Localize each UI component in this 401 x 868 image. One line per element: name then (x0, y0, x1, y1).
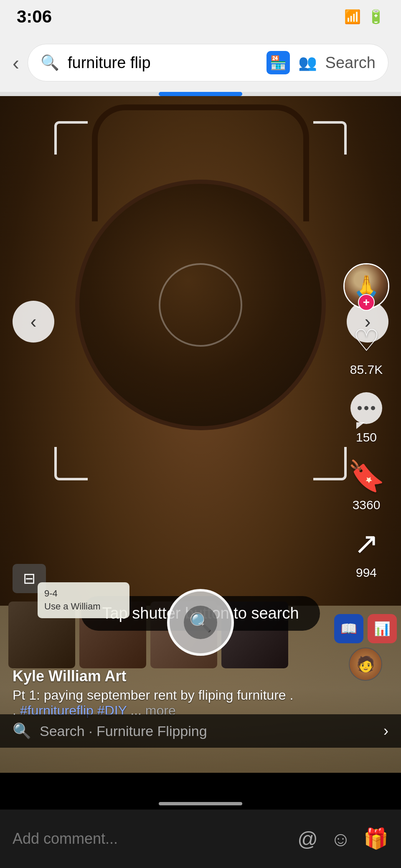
video-area[interactable]: ‹ › 🙏 + ♡ 85.7K (0, 96, 401, 773)
comment-action[interactable]: 150 (348, 389, 385, 444)
comment-count: 150 (356, 430, 377, 444)
suggestion-prefix: Search · (40, 723, 96, 739)
app-icon-bible[interactable]: 📖 (334, 614, 363, 643)
search-button[interactable]: Search (325, 54, 376, 72)
right-actions: 🙏 + ♡ 85.7K 150 (343, 263, 389, 580)
notification-text: Use a William (44, 600, 123, 613)
bottom-app-icons: 📖 📊 🧑 (334, 614, 397, 681)
mention-icon[interactable]: @ (297, 827, 318, 850)
dot2 (364, 406, 368, 410)
suggestion-topic: Furniture Flipping (96, 723, 207, 739)
suggestion-arrow[interactable]: › (383, 722, 388, 740)
app-icon-chart[interactable]: 📊 (368, 614, 397, 643)
avatar-container[interactable]: 🙏 + (343, 263, 389, 309)
seat-decoration (159, 263, 242, 347)
comment-action-icons: @ ☺ 🎁 (297, 827, 388, 850)
bookmark-action[interactable]: 🔖 3360 (348, 457, 385, 512)
shop-icon: 🏪 (270, 55, 287, 71)
home-indicator (159, 802, 242, 805)
emoji-icon[interactable]: ☺ (330, 827, 351, 850)
comment-bubble (350, 392, 382, 424)
search-suggestion-bar[interactable]: 🔍 Search · Furniture Flipping › (0, 714, 401, 748)
search-shutter-icon: 🔍 (189, 612, 212, 633)
profile-mini[interactable]: 🧑 (349, 647, 382, 681)
people-icon: 👥 (298, 54, 317, 71)
search-input[interactable]: furniture flip (68, 54, 258, 72)
bookmark-icon-container[interactable]: 🔖 (348, 457, 385, 495)
caption-area: Kyle William Art Pt 1: paying september … (0, 667, 309, 718)
dot3 (371, 406, 375, 410)
suggestion-text: Search · Furniture Flipping (40, 723, 375, 739)
people-search-icon[interactable]: 👥 (298, 54, 317, 71)
gift-icon[interactable]: 🎁 (363, 827, 388, 850)
caption-username[interactable]: Kyle William Art (13, 667, 297, 685)
share-count: 994 (356, 566, 377, 580)
marketplace-icon[interactable]: 🏪 (266, 51, 290, 74)
tab-bar (0, 92, 401, 96)
profile-mini-icon: 🧑 (356, 655, 375, 673)
like-action[interactable]: ♡ 85.7K (348, 322, 385, 377)
chair-seat (75, 180, 326, 430)
heart-icon: ♡ (353, 323, 380, 358)
bible-icon: 📖 (340, 621, 357, 637)
battery-icon: 🔋 (368, 9, 384, 25)
caption-text: Pt 1: paying september rent by fliping f… (13, 688, 297, 718)
tab-indicator (159, 92, 242, 96)
shutter-button[interactable]: 🔍 (167, 589, 234, 656)
status-icons: 📶 🔋 (344, 9, 384, 25)
share-icon-container[interactable]: ↗ (348, 525, 385, 562)
bookmark-icon: 🔖 (348, 458, 385, 494)
follow-button[interactable]: + (358, 294, 375, 311)
app-icon-row: 📖 📊 (334, 614, 397, 643)
dot1 (358, 406, 362, 410)
search-icon: 🔍 (41, 54, 59, 71)
comment-bar: Add comment... @ ☺ 🎁 (0, 810, 401, 868)
search-input-container[interactable]: 🔍 furniture flip 🏪 👥 Search (28, 44, 388, 81)
shutter-inner: 🔍 (184, 606, 217, 639)
prev-button[interactable]: ‹ (13, 301, 54, 343)
suggestion-search-icon: 🔍 (13, 722, 31, 740)
comment-dots (358, 406, 375, 410)
chart-icon: 📊 (374, 621, 391, 637)
comment-input[interactable]: Add comment... (13, 830, 285, 848)
notification-overlay: 9-4 Use a William (38, 582, 129, 618)
share-action[interactable]: ↗ 994 (348, 525, 385, 580)
share-icon: ↗ (354, 526, 379, 561)
back-button[interactable]: ‹ (13, 51, 19, 74)
comment-icon-container[interactable] (348, 389, 385, 427)
status-time: 3:06 (17, 7, 52, 27)
like-icon-container[interactable]: ♡ (348, 322, 385, 359)
like-count: 85.7K (350, 363, 383, 377)
notification-app: 9-4 (44, 587, 123, 600)
wifi-icon: 📶 (344, 9, 361, 25)
search-bar: ‹ 🔍 furniture flip 🏪 👥 Search (0, 33, 401, 92)
bookmark-count: 3360 (353, 498, 381, 512)
status-bar: 3:06 📶 🔋 (0, 0, 401, 33)
